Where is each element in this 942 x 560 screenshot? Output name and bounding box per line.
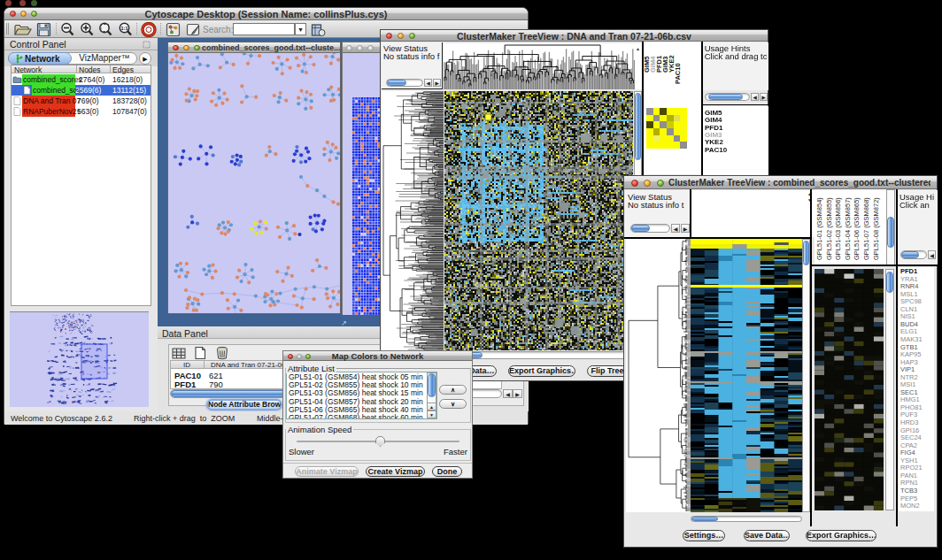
svg-text:1:1: 1:1: [121, 26, 128, 31]
